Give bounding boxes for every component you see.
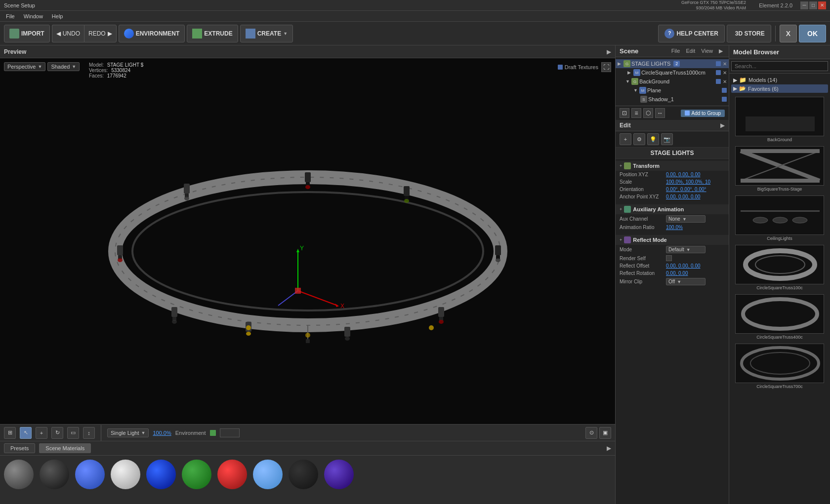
- material-sphere-4[interactable]: [111, 460, 140, 489]
- scene-file-menu[interactable]: File: [669, 47, 682, 55]
- import-button[interactable]: IMPORT: [4, 25, 50, 42]
- window-controls[interactable]: ─ □ ✕: [800, 1, 826, 9]
- main-layout: Preview ▶ Perspective ▼ Shaded ▼ Model:: [0, 45, 830, 504]
- scene-view-icon2[interactable]: ≡: [631, 108, 641, 118]
- viewport-3d[interactable]: Perspective ▼ Shaded ▼ Model: STAGE LIGH…: [0, 58, 615, 424]
- position-value[interactable]: 0.00, 0.00, 0.00: [666, 172, 701, 177]
- extrude-button[interactable]: EXTRUDE: [187, 25, 238, 42]
- aux-channel-dropdown[interactable]: None ▼: [666, 215, 706, 223]
- menu-file[interactable]: File: [2, 12, 19, 20]
- reflect-mode-header[interactable]: + Reflect Mode: [616, 235, 729, 245]
- mirror-clip-dropdown[interactable]: Off ▼: [666, 278, 706, 285]
- orientation-value[interactable]: 0.00°, 0.00°, 0.00°: [666, 187, 706, 192]
- store-button[interactable]: 3D STORE: [727, 25, 771, 42]
- reflect-offset-value[interactable]: 0.00, 0.00, 0.00: [666, 263, 701, 269]
- model-thumb-ceilinglights[interactable]: CeilingLights: [731, 195, 828, 241]
- circle-truss-vis-dot[interactable]: [716, 70, 721, 75]
- add-tool[interactable]: +: [36, 427, 47, 439]
- model-thumb-background[interactable]: BackGround: [731, 97, 828, 142]
- x-button[interactable]: X: [780, 25, 797, 42]
- reflect-rotation-value[interactable]: 0.00, 0.00: [666, 271, 688, 276]
- close-btn[interactable]: ✕: [818, 1, 826, 9]
- color-swatch[interactable]: [220, 428, 240, 437]
- position-label: Position XYZ: [620, 172, 664, 177]
- svg-point-27: [345, 337, 350, 341]
- background-vis-dot[interactable]: [716, 79, 721, 84]
- props-camera-icon[interactable]: 📷: [661, 133, 673, 145]
- select-tool[interactable]: ↖: [20, 427, 32, 439]
- scene-view-menu[interactable]: View: [699, 47, 715, 55]
- add-to-group-button[interactable]: Add to Group: [681, 110, 725, 117]
- tree-item-plane[interactable]: ▼ M Plane: [616, 86, 729, 95]
- props-expand-icon[interactable]: ▶: [720, 122, 725, 129]
- zoom-level[interactable]: 100.0%: [153, 430, 171, 436]
- help-center-button[interactable]: ? HELP CENTER: [658, 25, 724, 42]
- reflect-mode-dropdown[interactable]: Default ▼: [666, 246, 706, 253]
- model-thumb-cst400[interactable]: CircleSquareTruss400c: [731, 294, 828, 340]
- environment-button[interactable]: ENVIRONMENT: [119, 25, 185, 42]
- material-sphere-7[interactable]: [217, 460, 247, 489]
- menu-help[interactable]: Help: [48, 12, 67, 20]
- props-light-icon[interactable]: 💡: [647, 133, 659, 145]
- light-mode-dropdown[interactable]: Single Light ▼: [107, 428, 149, 437]
- material-sphere-10[interactable]: [324, 460, 354, 489]
- material-sphere-1[interactable]: [4, 460, 34, 489]
- scene-view-icon3[interactable]: ⬡: [643, 108, 653, 118]
- presets-tab[interactable]: Presets: [4, 443, 35, 453]
- transform-icon: [624, 162, 631, 169]
- move-tool[interactable]: ↕: [83, 427, 95, 439]
- render-self-checkbox[interactable]: [666, 255, 672, 261]
- select-all-tool[interactable]: ⊞: [4, 427, 16, 439]
- material-sphere-9[interactable]: [289, 460, 318, 489]
- redo-button[interactable]: REDO ▶: [84, 25, 117, 42]
- reflect-rotation-label: Reflect Rotation: [620, 271, 664, 276]
- animation-ratio-value[interactable]: 100.0%: [666, 225, 683, 230]
- rotate-tool[interactable]: ↻: [51, 427, 63, 439]
- materials-collapse-icon[interactable]: ▶: [607, 445, 611, 452]
- circle-truss-delete-icon[interactable]: ✕: [723, 70, 727, 76]
- undo-button[interactable]: ◀ UNDO: [52, 25, 84, 42]
- create-button[interactable]: CREATE ▼: [240, 25, 293, 42]
- maximize-btn[interactable]: □: [809, 1, 817, 9]
- scene-view-icon4[interactable]: ↔: [655, 108, 665, 118]
- minimize-btn[interactable]: ─: [800, 1, 808, 9]
- anchor-value[interactable]: 0.00, 0.00, 0.00: [666, 194, 701, 199]
- stage-lights-vis-dot[interactable]: [716, 61, 721, 66]
- transform-header[interactable]: + Transform: [616, 161, 729, 171]
- shadow-vis-dot[interactable]: [722, 97, 727, 102]
- plane-vis-dot[interactable]: [722, 88, 727, 93]
- display-btn[interactable]: ▣: [599, 427, 611, 439]
- tree-item-circle-truss[interactable]: ▶ M CircleSquareTruss1000cm ✕: [616, 68, 729, 77]
- scene-edit-menu[interactable]: Edit: [684, 47, 697, 55]
- favorites-folder-icon: 📂: [739, 85, 746, 92]
- scene-view-icon[interactable]: ⊡: [620, 108, 629, 118]
- material-sphere-5[interactable]: [146, 460, 176, 489]
- material-sphere-6[interactable]: [182, 460, 211, 489]
- model-thumb-cst700[interactable]: CircleSquareTruss700c: [731, 344, 828, 389]
- aux-animation-header[interactable]: + Auxiliary Animation: [616, 204, 729, 214]
- material-sphere-2[interactable]: [40, 460, 69, 489]
- scale-value[interactable]: 100.0%, 100.0%, 10: [666, 179, 710, 185]
- model-thumb-bigtruss[interactable]: BigSquareTruss-Stage: [731, 146, 828, 192]
- tree-item-stage-lights[interactable]: ▶ G STAGE LIGHTS 2 ✕: [616, 59, 729, 68]
- scene-materials-tab[interactable]: Scene Materials: [39, 443, 91, 453]
- material-sphere-3[interactable]: [75, 460, 105, 489]
- tree-item-shadow[interactable]: S Shadow_1: [616, 95, 729, 104]
- background-delete-icon[interactable]: ✕: [723, 79, 727, 84]
- model-thumb-cst100[interactable]: CircleSquareTruss100c: [731, 245, 828, 290]
- scene-collapse-icon[interactable]: ▶: [717, 47, 725, 55]
- preview-collapse-icon[interactable]: ▶: [607, 48, 611, 55]
- model-tree-models[interactable]: ▶ 📁 Models (14): [731, 76, 828, 84]
- camera-btn[interactable]: ⊙: [585, 427, 597, 439]
- material-sphere-8[interactable]: [253, 460, 283, 489]
- stage-lights-delete-icon[interactable]: ✕: [723, 61, 727, 67]
- props-gear-icon[interactable]: ⚙: [633, 133, 645, 145]
- environment-toggle[interactable]: [210, 430, 216, 436]
- ok-button[interactable]: OK: [799, 25, 826, 42]
- menu-window[interactable]: Window: [20, 12, 47, 20]
- model-tree-favorites[interactable]: ▶ 📂 Favorites (6): [731, 84, 828, 93]
- props-plus-icon[interactable]: +: [620, 133, 631, 145]
- model-search-input[interactable]: [731, 61, 828, 71]
- rect-tool[interactable]: ▭: [67, 427, 79, 439]
- tree-item-background[interactable]: ▼ G BackGround ✕: [616, 77, 729, 86]
